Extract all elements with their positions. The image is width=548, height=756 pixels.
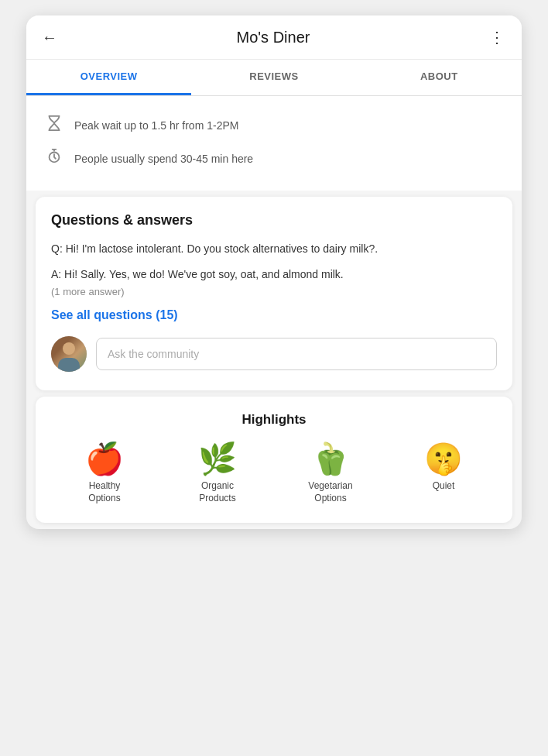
page-title: Mo's Diner [237, 29, 310, 46]
highlight-vegetarian: 🫑 VegetarianOptions [277, 443, 384, 504]
back-button[interactable]: ← [42, 29, 57, 46]
highlights-title: Highlights [51, 412, 497, 428]
avatar-image [51, 336, 87, 372]
vegetarian-label: VegetarianOptions [308, 480, 352, 504]
more-menu-button[interactable]: ⋮ [489, 28, 506, 46]
avatar [51, 336, 87, 372]
qa-card: Questions & answers Q: Hi! I'm lactose i… [36, 197, 512, 390]
leaf-icon: 🌿 [198, 443, 237, 474]
tab-reviews[interactable]: REVIEWS [191, 60, 356, 95]
tab-bar: OVERVIEW REVIEWS ABOUT [26, 60, 522, 96]
highlight-healthy: 🍎 HealthyOptions [51, 443, 158, 504]
qa-question: Q: Hi! I'm lactose intolerant. Do you st… [51, 241, 497, 257]
tab-overview[interactable]: OVERVIEW [26, 60, 191, 95]
spend-time-text: People usually spend 30-45 min here [74, 153, 253, 165]
stopwatch-icon [45, 148, 63, 169]
see-all-questions-link[interactable]: See all questions (15) [51, 308, 497, 322]
wait-time-row: Peak wait up to 1.5 hr from 1-2PM [45, 108, 503, 142]
spend-time-row: People usually spend 30-45 min here [45, 142, 503, 175]
quiet-label: Quiet [433, 480, 455, 493]
top-bar: ← Mo's Diner ⋮ [26, 15, 522, 60]
wait-time-text: Peak wait up to 1.5 hr from 1-2PM [74, 119, 238, 132]
apple-icon: 🍎 [85, 443, 124, 474]
qa-more-answers: (1 more answer) [51, 286, 497, 297]
highlights-grid: 🍎 HealthyOptions 🌿 OrganicProducts 🫑 Veg… [51, 443, 497, 504]
qa-answer: A: Hi! Sally. Yes, we do! We've got soy,… [51, 266, 497, 283]
ask-community-input[interactable]: Ask the community [96, 338, 497, 370]
tab-about[interactable]: ABOUT [357, 60, 522, 95]
organic-label: OrganicProducts [199, 480, 235, 504]
ask-community-row: Ask the community [51, 336, 497, 372]
highlight-quiet: 🤫 Quiet [390, 443, 497, 504]
highlights-section: Highlights 🍎 HealthyOptions 🌿 OrganicPro… [36, 397, 512, 523]
info-section: Peak wait up to 1.5 hr from 1-2PM People… [26, 96, 522, 191]
quiet-icon: 🤫 [424, 443, 463, 474]
phone-frame: ← Mo's Diner ⋮ OVERVIEW REVIEWS ABOUT Pe… [26, 15, 522, 529]
highlight-organic: 🌿 OrganicProducts [164, 443, 271, 504]
hourglass-icon [45, 115, 63, 136]
pepper-icon: 🫑 [311, 443, 350, 474]
qa-title: Questions & answers [51, 212, 497, 229]
healthy-label: HealthyOptions [88, 480, 120, 504]
